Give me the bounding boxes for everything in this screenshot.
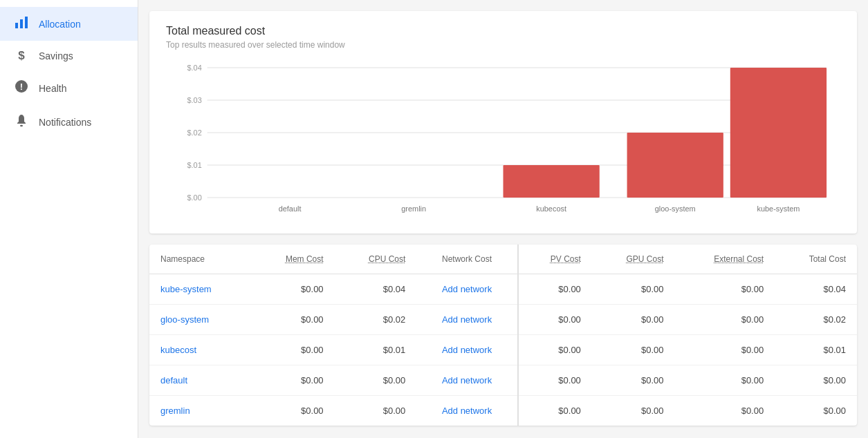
sidebar-item-allocation-label: Allocation [39,19,81,30]
cell-cpu-cost-4: $0.00 [335,396,417,426]
cell-namespace-3: default [149,365,251,396]
svg-point-5 [20,125,23,126]
table-row: gremlin $0.00 $0.00 Add network $0.00 $0… [149,396,857,426]
add-network-button-1[interactable]: Add network [442,314,492,325]
svg-text:$.03: $.03 [187,96,201,104]
cell-cpu-cost-1: $0.02 [335,305,417,335]
sidebar-item-allocation[interactable]: Allocation [0,7,138,41]
cell-pv-cost-0: $0.00 [518,274,592,305]
table-row: kubecost $0.00 $0.01 Add network $0.00 $… [149,335,857,365]
sidebar-item-savings[interactable]: $ Savings [0,41,138,71]
col-cpu-cost: CPU Cost [335,245,417,274]
namespace-link-4[interactable]: gremlin [160,406,190,416]
main-content: Total measured cost Top results measured… [138,0,868,438]
cell-gpu-cost-2: $0.00 [592,335,675,365]
table-row: kube-system $0.00 $0.04 Add network $0.0… [149,274,857,305]
sidebar-item-notifications[interactable]: Notifications [0,105,138,139]
svg-rect-0 [15,23,18,28]
table-header-row: Namespace Mem Cost CPU Cost Network Cost… [149,245,857,274]
cell-namespace-0: kube-system [149,274,251,305]
add-network-button-0[interactable]: Add network [442,284,492,294]
cell-gpu-cost-3: $0.00 [592,365,675,396]
cell-total-cost-3: $0.00 [775,365,857,396]
chart-subtitle: Top results measured over selected time … [166,40,840,50]
health-icon: ! [14,79,29,97]
cell-mem-cost-0: $0.00 [251,274,335,305]
col-total-cost: Total Cost [775,245,857,274]
cell-cpu-cost-0: $0.04 [335,274,417,305]
svg-text:kubecost: kubecost [536,204,566,213]
cell-external-cost-0: $0.00 [675,274,775,305]
cell-mem-cost-2: $0.00 [251,335,335,365]
sidebar-item-health-label: Health [39,83,66,94]
cell-total-cost-2: $0.01 [775,335,857,365]
svg-text:default: default [279,204,302,213]
cell-cpu-cost-3: $0.00 [335,365,417,396]
namespace-link-2[interactable]: kubecost [160,345,196,355]
svg-text:kube-system: kube-system [757,204,800,213]
cell-total-cost-4: $0.00 [775,396,857,426]
col-external-cost: External Cost [675,245,775,274]
allocation-icon [14,15,29,32]
cell-total-cost-0: $0.04 [775,274,857,305]
cell-namespace-4: gremlin [149,396,251,426]
svg-text:$.01: $.01 [187,161,201,169]
svg-text:!: ! [20,82,23,92]
cell-external-cost-4: $0.00 [675,396,775,426]
add-network-button-3[interactable]: Add network [442,375,492,385]
cell-namespace-2: kubecost [149,335,251,365]
svg-rect-1 [20,19,23,28]
sidebar-item-notifications-label: Notifications [39,117,91,128]
cell-network-cost-2: Add network [416,335,517,365]
svg-text:$.02: $.02 [187,128,201,137]
notifications-icon [14,113,29,131]
cell-network-cost-4: Add network [416,396,517,426]
cell-external-cost-1: $0.00 [675,305,775,335]
svg-text:gremlin: gremlin [401,204,426,213]
col-pv-cost: PV Cost [518,245,592,274]
chart-section: Total measured cost Top results measured… [149,11,857,234]
cell-cpu-cost-2: $0.01 [335,335,417,365]
add-network-button-4[interactable]: Add network [442,406,492,416]
col-namespace: Namespace [149,245,251,274]
svg-text:$.04: $.04 [187,64,201,72]
namespace-link-0[interactable]: kube-system [160,284,212,294]
svg-text:$.00: $.00 [187,193,201,202]
table-row: default $0.00 $0.00 Add network $0.00 $0… [149,365,857,396]
cell-pv-cost-2: $0.00 [518,335,592,365]
cell-mem-cost-3: $0.00 [251,365,335,396]
cell-network-cost-3: Add network [416,365,517,396]
cell-mem-cost-4: $0.00 [251,396,335,426]
sidebar: Allocation $ Savings ! Health Notificati… [0,0,138,438]
col-gpu-cost: GPU Cost [592,245,675,274]
svg-rect-2 [25,17,28,28]
cell-external-cost-2: $0.00 [675,335,775,365]
cell-mem-cost-1: $0.00 [251,305,335,335]
cell-namespace-1: gloo-system [149,305,251,335]
namespace-link-3[interactable]: default [160,375,187,385]
sidebar-item-health[interactable]: ! Health [0,71,138,105]
svg-rect-20 [504,165,600,198]
cell-gpu-cost-0: $0.00 [592,274,675,305]
table-row: gloo-system $0.00 $0.02 Add network $0.0… [149,305,857,335]
cell-pv-cost-1: $0.00 [518,305,592,335]
cell-external-cost-3: $0.00 [675,365,775,396]
chart-title: Total measured cost [166,25,840,37]
svg-text:gloo-system: gloo-system [655,204,696,213]
col-network-cost: Network Cost [416,245,517,274]
sidebar-item-savings-label: Savings [39,50,73,61]
cell-network-cost-0: Add network [416,274,517,305]
cost-table: Namespace Mem Cost CPU Cost Network Cost… [149,245,857,426]
cell-network-cost-1: Add network [416,305,517,335]
add-network-button-2[interactable]: Add network [442,345,492,355]
cell-pv-cost-3: $0.00 [518,365,592,396]
savings-icon: $ [14,49,29,63]
cell-gpu-cost-4: $0.00 [592,396,675,426]
table-section: Namespace Mem Cost CPU Cost Network Cost… [149,245,857,426]
svg-rect-22 [627,133,723,198]
svg-rect-24 [730,68,827,198]
col-mem-cost: Mem Cost [251,245,335,274]
bar-chart: $.04 $.03 $.02 $.01 $.00 default gremlin… [166,61,840,227]
namespace-link-1[interactable]: gloo-system [160,314,209,325]
cell-pv-cost-4: $0.00 [518,396,592,426]
